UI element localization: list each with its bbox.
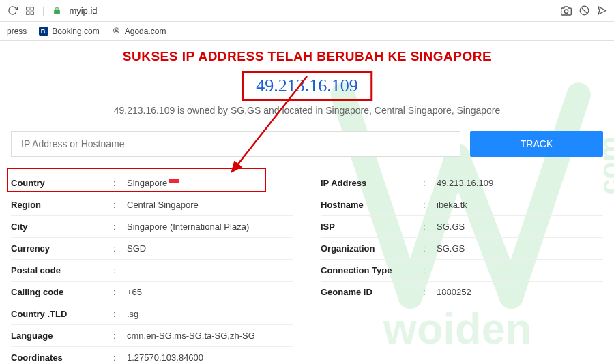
refresh-icon[interactable] bbox=[7, 5, 18, 16]
row-postal: Postal code: bbox=[11, 259, 293, 281]
row-org: Organization:SG.GS bbox=[321, 237, 603, 259]
camera-icon[interactable] bbox=[561, 5, 572, 16]
ip-display-box: 49.213.16.109 bbox=[242, 71, 372, 101]
url-text[interactable]: myip.id bbox=[69, 5, 97, 16]
track-button[interactable]: TRACK bbox=[470, 131, 603, 157]
row-ip: IP Address:49.213.16.109 bbox=[321, 172, 603, 194]
row-conn: Connection Type: bbox=[321, 259, 603, 281]
bookmark-agoda[interactable]: ⓐ Agoda.com bbox=[112, 27, 166, 36]
svg-rect-3 bbox=[31, 7, 33, 10]
svg-rect-4 bbox=[27, 12, 29, 14]
agoda-icon: ⓐ bbox=[112, 27, 121, 36]
bookmarks-bar: press B. Booking.com ⓐ Agoda.com bbox=[0, 22, 614, 41]
row-tld: Country .TLD:.sg bbox=[11, 303, 293, 324]
browser-address-bar: | myip.id bbox=[0, 0, 614, 22]
row-currency: Currency:SGD bbox=[11, 237, 293, 259]
row-calling: Calling code:+65 bbox=[11, 281, 293, 303]
row-hostname: Hostname:ibeka.tk bbox=[321, 194, 603, 215]
lock-icon bbox=[51, 5, 62, 16]
svg-marker-9 bbox=[598, 7, 605, 14]
success-banner: SUKSES IP ADDRESS TELAH BERUBAH KE SINGA… bbox=[11, 49, 603, 64]
svg-point-6 bbox=[564, 10, 568, 13]
row-language: Language:cmn,en-SG,ms-SG,ta-SG,zh-SG bbox=[11, 324, 293, 346]
search-row: TRACK bbox=[11, 131, 603, 157]
page-content: SUKSES IP ADDRESS TELAH BERUBAH KE SINGA… bbox=[0, 41, 614, 364]
flag-singapore-icon bbox=[169, 179, 179, 187]
ip-search-input[interactable] bbox=[11, 131, 460, 157]
ip-owner-text: 49.213.16.109 is owned by SG.GS and loca… bbox=[11, 105, 603, 116]
info-right-column: IP Address:49.213.16.109 Hostname:ibeka.… bbox=[321, 172, 603, 364]
svg-line-8 bbox=[581, 8, 587, 14]
info-left-column: Country: Singapore Region:Central Singap… bbox=[11, 172, 293, 364]
row-city: City:Singapore (International Plaza) bbox=[11, 215, 293, 237]
row-region: Region:Central Singapore bbox=[11, 194, 293, 215]
bookmark-booking[interactable]: B. Booking.com bbox=[39, 27, 99, 36]
svg-rect-5 bbox=[31, 12, 33, 14]
booking-icon: B. bbox=[39, 27, 48, 36]
svg-rect-2 bbox=[27, 7, 29, 10]
block-icon[interactable] bbox=[579, 5, 589, 16]
row-isp: ISP:SG.GS bbox=[321, 215, 603, 237]
row-coords: Coordinates:1.27570,103.84600 bbox=[11, 346, 293, 364]
bookmark-press[interactable]: press bbox=[7, 27, 27, 36]
row-country: Country: Singapore bbox=[11, 172, 293, 194]
row-geo: Geoname ID:1880252 bbox=[321, 281, 603, 303]
send-icon[interactable] bbox=[596, 5, 607, 16]
grid-icon[interactable] bbox=[25, 5, 35, 16]
